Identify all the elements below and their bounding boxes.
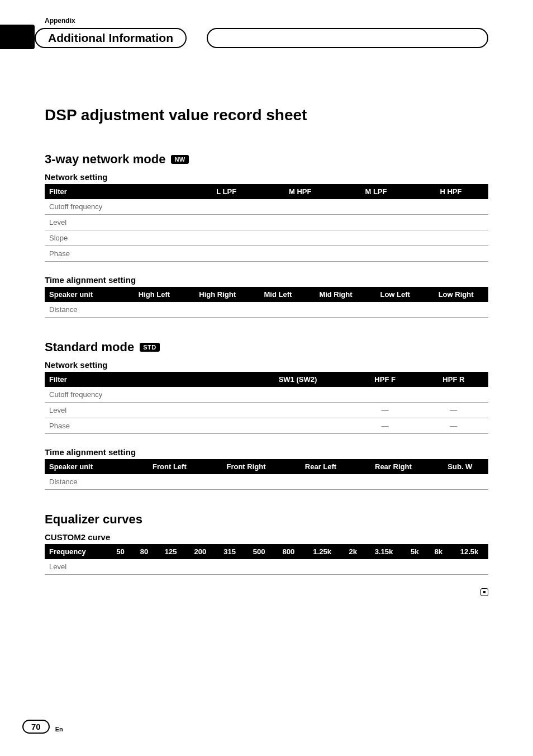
table-row: Level — — [45, 403, 488, 418]
table-row: Phase — — [45, 418, 488, 434]
col-hhpf: H HPF [413, 184, 488, 199]
time-alignment-label-3way: Time alignment setting [45, 275, 488, 285]
table-row: Cutoff frequency [45, 199, 488, 215]
mode-3way-title: 3-way network mode [45, 152, 165, 167]
page-header: Appendix Additional Information [0, 0, 533, 50]
table-row: Phase [45, 246, 488, 262]
side-tab [0, 25, 35, 49]
section-3way: 3-way network mode NW Network setting Fi… [45, 152, 488, 318]
speaker-header-std: Speaker unit [45, 459, 134, 474]
section-end-icon [45, 588, 488, 598]
table-row: Distance [45, 302, 488, 318]
col-mlpf: M LPF [339, 184, 413, 199]
freq-header: Frequency [45, 544, 108, 559]
mode-standard-heading: Standard mode STD [45, 340, 488, 355]
col-mhpf: M HPF [261, 184, 339, 199]
main-title: DSP adjustment value record sheet [45, 106, 488, 124]
equalizer-title: Equalizer curves [45, 512, 488, 527]
speaker-header-3way: Speaker unit [45, 287, 125, 302]
table-row: Slope [45, 230, 488, 246]
network-setting-label-std: Network setting [45, 360, 488, 370]
table-row: Level [45, 215, 488, 230]
header-pills: Additional Information [35, 28, 488, 48]
std-badge: STD [140, 343, 160, 352]
filter-header-std: Filter [45, 372, 244, 387]
section-equalizer: Equalizer curves CUSTOM2 curve Frequency… [45, 512, 488, 598]
custom2-label: CUSTOM2 curve [45, 532, 488, 542]
table-std-time: Speaker unit Front Left Front Right Rear… [45, 459, 488, 490]
table-equalizer: Frequency 50 80 125 200 315 500 800 1.25… [45, 544, 488, 575]
lang-label: En [55, 726, 63, 734]
nw-badge: NW [171, 155, 188, 164]
section-standard: Standard mode STD Network setting Filter… [45, 340, 488, 490]
time-alignment-label-std: Time alignment setting [45, 447, 488, 457]
filter-header-3way: Filter [45, 184, 191, 199]
mode-standard-title: Standard mode [45, 340, 134, 355]
appendix-label: Appendix [45, 17, 75, 25]
table-row: Distance [45, 474, 488, 490]
empty-pill [207, 28, 488, 48]
page-footer: 70 En [22, 720, 63, 734]
network-setting-label-3way: Network setting [45, 172, 488, 182]
col-llpf: L LPF [191, 184, 261, 199]
page-number: 70 [22, 720, 50, 734]
mode-3way-heading: 3-way network mode NW [45, 152, 488, 167]
table-row: Level [45, 559, 488, 575]
table-std-network: Filter SW1 (SW2) HPF F HPF R Cutoff freq… [45, 372, 488, 434]
table-row: Cutoff frequency [45, 387, 488, 403]
section-title-text: Additional Information [48, 31, 173, 45]
section-title-pill: Additional Information [35, 28, 187, 48]
table-3way-time: Speaker unit High Left High Right Mid Le… [45, 287, 488, 318]
table-3way-network: Filter L LPF M HPF M LPF H HPF Cutoff fr… [45, 184, 488, 262]
